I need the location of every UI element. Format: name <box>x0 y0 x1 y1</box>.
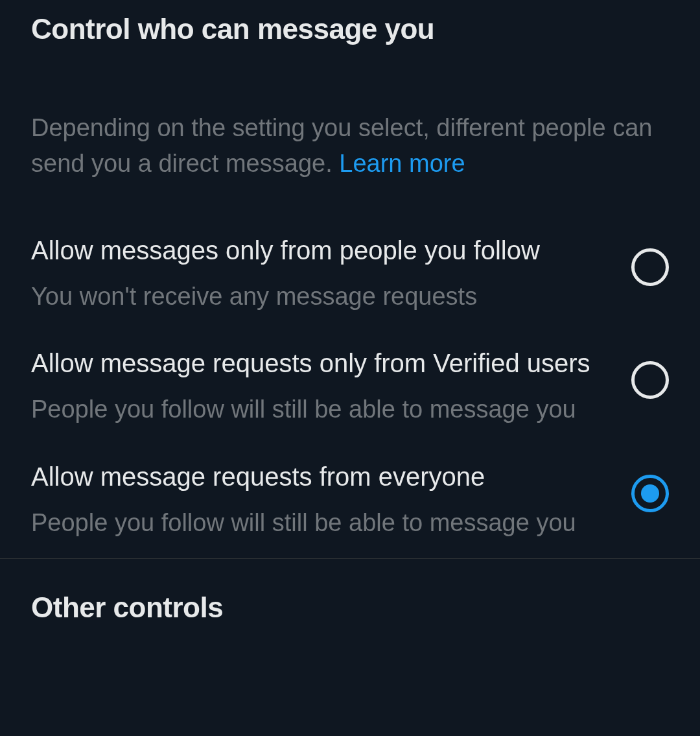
radio-label: Allow messages only from people you foll… <box>31 230 605 270</box>
section-divider <box>0 558 700 559</box>
radio-description: You won't receive any message requests <box>31 279 605 314</box>
radio-button-unselected-icon[interactable] <box>631 248 669 286</box>
section-description: Depending on the setting you select, dif… <box>31 110 669 182</box>
radio-label: Allow message requests from everyone <box>31 457 605 497</box>
radio-description: People you follow will still be able to … <box>31 392 605 427</box>
radio-button-unselected-icon[interactable] <box>631 361 669 399</box>
section-title-other-controls: Other controls <box>31 591 669 624</box>
radio-option-everyone[interactable]: Allow message requests from everyone Peo… <box>31 457 669 552</box>
radio-option-following-only[interactable]: Allow messages only from people you foll… <box>31 230 669 337</box>
radio-label: Allow message requests only from Verifie… <box>31 343 605 383</box>
radio-option-verified-only[interactable]: Allow message requests only from Verifie… <box>31 343 669 449</box>
radio-button-selected-icon[interactable] <box>631 475 669 512</box>
learn-more-link[interactable]: Learn more <box>339 150 465 177</box>
section-title-messaging: Control who can message you <box>31 13 669 45</box>
radio-description: People you follow will still be able to … <box>31 506 605 540</box>
